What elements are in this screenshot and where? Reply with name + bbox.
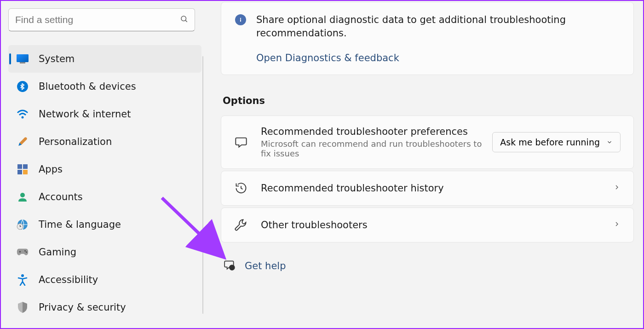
search-input[interactable] xyxy=(15,14,180,25)
search-icon xyxy=(180,15,188,25)
svg-text:?: ? xyxy=(231,266,233,270)
nav-item-bluetooth[interactable]: Bluetooth & devices xyxy=(8,73,201,100)
nav-label: Accounts xyxy=(39,191,83,202)
svg-point-11 xyxy=(20,193,25,197)
nav-label: Privacy & security xyxy=(39,302,126,313)
diagnostic-info-text: Share optional diagnostic data to get ad… xyxy=(256,13,620,40)
troubleshooter-preferences-row[interactable]: Recommended troubleshooter preferences M… xyxy=(221,115,634,169)
svg-point-15 xyxy=(26,252,27,253)
options-heading: Options xyxy=(223,95,634,106)
nav-item-accounts[interactable]: Accounts xyxy=(8,183,201,211)
troubleshooter-history-row[interactable]: Recommended troubleshooter history xyxy=(221,171,634,206)
nav-label: Personalization xyxy=(39,136,112,147)
svg-rect-7 xyxy=(17,164,22,169)
preferences-subtitle: Microsoft can recommend and run troubles… xyxy=(261,139,485,158)
svg-point-16 xyxy=(21,274,24,277)
get-help-link[interactable]: Get help xyxy=(245,260,286,271)
accessibility-icon xyxy=(17,274,29,286)
time-icon xyxy=(17,219,29,231)
chevron-right-icon xyxy=(613,220,621,230)
svg-rect-3 xyxy=(17,54,29,62)
other-troubleshooters-row[interactable]: Other troubleshooters xyxy=(221,208,634,242)
svg-rect-9 xyxy=(17,170,22,174)
nav-item-system[interactable]: System xyxy=(8,45,201,73)
wrench-icon xyxy=(234,218,248,232)
help-icon: ? xyxy=(224,259,236,273)
accounts-icon xyxy=(17,191,29,203)
network-icon xyxy=(17,108,29,120)
svg-point-0 xyxy=(181,16,186,21)
get-help-row: ? Get help xyxy=(224,259,634,273)
nav-item-time-language[interactable]: Time & language xyxy=(8,211,201,238)
nav-label: System xyxy=(39,53,75,64)
nav-item-privacy[interactable]: Privacy & security xyxy=(8,294,201,321)
dropdown-value: Ask me before running xyxy=(500,137,600,147)
chevron-right-icon xyxy=(613,184,621,193)
chevron-down-icon xyxy=(606,137,613,147)
svg-rect-8 xyxy=(23,164,28,169)
nav-label: Apps xyxy=(39,164,63,175)
nav-item-apps[interactable]: Apps xyxy=(8,156,201,183)
sidebar: System Bluetooth & devices Network & int… xyxy=(1,1,203,328)
nav-label: Accessibility xyxy=(39,274,98,285)
diagnostic-info-card: Share optional diagnostic data to get ad… xyxy=(221,2,634,75)
info-icon xyxy=(235,14,246,25)
system-icon xyxy=(17,53,29,65)
other-title: Other troubleshooters xyxy=(261,219,613,231)
nav-item-gaming[interactable]: Gaming xyxy=(8,238,201,266)
main-content: Share optional diagnostic data to get ad… xyxy=(203,1,643,328)
svg-rect-4 xyxy=(20,62,25,63)
chat-icon xyxy=(234,135,248,149)
apps-icon xyxy=(17,163,29,175)
svg-line-1 xyxy=(185,20,187,22)
personalization-icon xyxy=(17,136,29,148)
nav-label: Network & internet xyxy=(39,109,131,120)
history-icon xyxy=(234,181,248,195)
nav-list: System Bluetooth & devices Network & int… xyxy=(8,45,201,321)
nav-label: Time & language xyxy=(39,219,121,230)
svg-point-17 xyxy=(240,18,241,19)
gaming-icon xyxy=(17,246,29,258)
nav-item-accessibility[interactable]: Accessibility xyxy=(8,266,201,294)
history-title: Recommended troubleshooter history xyxy=(261,183,613,194)
open-diagnostics-link[interactable]: Open Diagnostics & feedback xyxy=(256,52,620,63)
nav-label: Gaming xyxy=(39,247,76,258)
preferences-title: Recommended troubleshooter preferences xyxy=(261,126,485,137)
search-input-container xyxy=(8,8,195,31)
svg-point-14 xyxy=(24,250,26,252)
nav-item-personalization[interactable]: Personalization xyxy=(8,128,201,156)
nav-item-network[interactable]: Network & internet xyxy=(8,100,201,128)
svg-point-6 xyxy=(22,116,24,119)
svg-rect-10 xyxy=(23,170,28,174)
svg-rect-18 xyxy=(240,19,241,22)
privacy-icon xyxy=(17,301,29,313)
bluetooth-icon xyxy=(17,81,29,92)
nav-label: Bluetooth & devices xyxy=(39,81,136,92)
preferences-dropdown[interactable]: Ask me before running xyxy=(492,132,621,152)
